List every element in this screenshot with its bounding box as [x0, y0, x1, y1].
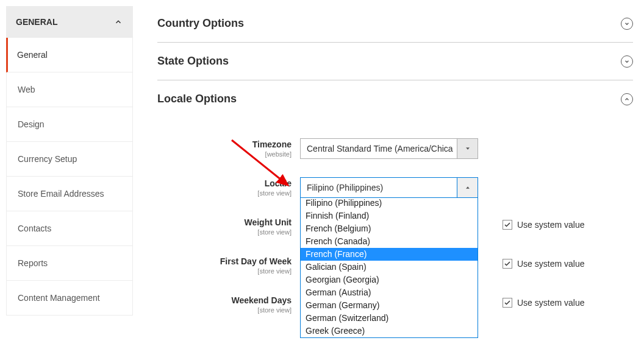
- locale-value: Filipino (Philippines): [301, 178, 457, 197]
- sidebar-item-web[interactable]: Web: [6, 72, 133, 107]
- field-label: Weekend Days: [157, 295, 292, 305]
- section-title: Country Options: [157, 17, 244, 30]
- timezone-select[interactable]: Central Standard Time (America/Chica: [300, 138, 478, 159]
- sidebar-item-design[interactable]: Design: [6, 107, 133, 142]
- locale-option[interactable]: Galician (Spain): [301, 261, 478, 273]
- use-system-checkbox[interactable]: [503, 259, 512, 269]
- locale-option[interactable]: French (Canada): [301, 235, 478, 248]
- config-sidebar: GENERAL General Web Design Currency Setu…: [0, 0, 139, 333]
- sidebar-item-label: Web: [18, 85, 35, 94]
- locale-option[interactable]: German (Austria): [301, 286, 478, 299]
- expand-icon: [621, 55, 633, 68]
- dropdown-arrow-up-icon: [457, 178, 478, 197]
- use-system-checkbox[interactable]: [503, 220, 512, 230]
- locale-option[interactable]: Greek (Greece): [301, 325, 478, 337]
- sidebar-item-label: Contacts: [18, 224, 51, 233]
- config-content: Country Options State Options Locale Opt…: [139, 0, 644, 333]
- section-country-options[interactable]: Country Options: [157, 12, 633, 43]
- sidebar-item-general[interactable]: General: [6, 38, 133, 72]
- svg-marker-1: [466, 186, 470, 188]
- locale-option[interactable]: German (Germany): [301, 299, 478, 312]
- locale-select[interactable]: Filipino (Philippines): [300, 177, 478, 198]
- sidebar-item-label: Currency Setup: [18, 154, 77, 164]
- field-label: Timezone: [157, 139, 292, 149]
- field-scope: [store view]: [157, 228, 292, 236]
- use-system-label: Use system value: [517, 259, 584, 269]
- field-scope: [store view]: [157, 306, 292, 314]
- dropdown-arrow-icon: [457, 139, 478, 158]
- locale-option[interactable]: French (Belgium): [301, 222, 478, 235]
- locale-option[interactable]: Georgian (Georgia): [301, 273, 478, 286]
- sidebar-item-label: Design: [18, 119, 45, 129]
- field-label: Weight Unit: [157, 217, 292, 227]
- section-title: State Options: [157, 55, 229, 68]
- sidebar-item-contacts[interactable]: Contacts: [6, 211, 133, 246]
- locale-option[interactable]: Finnish (Finland): [301, 210, 478, 222]
- field-timezone: Timezone [website] Central Standard Time…: [157, 138, 633, 160]
- use-system-checkbox[interactable]: [503, 298, 512, 308]
- sidebar-item-label: Content Management: [18, 293, 100, 303]
- locale-option[interactable]: French (France): [301, 248, 478, 261]
- svg-marker-0: [466, 147, 470, 149]
- locale-options-fields: Timezone [website] Central Standard Time…: [157, 118, 633, 316]
- field-scope: [website]: [157, 150, 292, 158]
- sidebar-item-label: General: [17, 50, 48, 60]
- sidebar-item-store-email[interactable]: Store Email Addresses: [6, 177, 133, 211]
- field-scope: [store view]: [157, 267, 292, 275]
- locale-dropdown[interactable]: Estonian (Estonia)Filipino (Philippines)…: [300, 198, 478, 338]
- locale-option[interactable]: German (Switzerland): [301, 312, 478, 325]
- use-system-label: Use system value: [517, 220, 584, 230]
- sidebar-group-label: GENERAL: [16, 17, 57, 27]
- sidebar-item-currency-setup[interactable]: Currency Setup: [6, 142, 133, 177]
- sidebar-item-reports[interactable]: Reports: [6, 246, 133, 281]
- field-scope: [store view]: [157, 189, 292, 197]
- section-state-options[interactable]: State Options: [157, 43, 633, 80]
- field-label: First Day of Week: [157, 256, 292, 266]
- locale-option[interactable]: Filipino (Philippines): [301, 198, 478, 210]
- sidebar-item-content-management[interactable]: Content Management: [6, 281, 133, 316]
- expand-icon: [621, 18, 633, 30]
- sidebar-group-general[interactable]: GENERAL: [6, 6, 133, 38]
- section-locale-options[interactable]: Locale Options: [157, 80, 633, 118]
- field-label: Locale: [157, 178, 292, 188]
- collapse-icon: [621, 93, 633, 105]
- timezone-value: Central Standard Time (America/Chica: [301, 139, 457, 158]
- sidebar-item-label: Store Email Addresses: [18, 189, 104, 199]
- sidebar-item-label: Reports: [18, 258, 48, 268]
- field-locale: Locale [store view] Filipino (Philippine…: [157, 177, 633, 199]
- section-title: Locale Options: [157, 93, 237, 105]
- use-system-label: Use system value: [517, 298, 584, 308]
- chevron-up-icon: [113, 17, 123, 27]
